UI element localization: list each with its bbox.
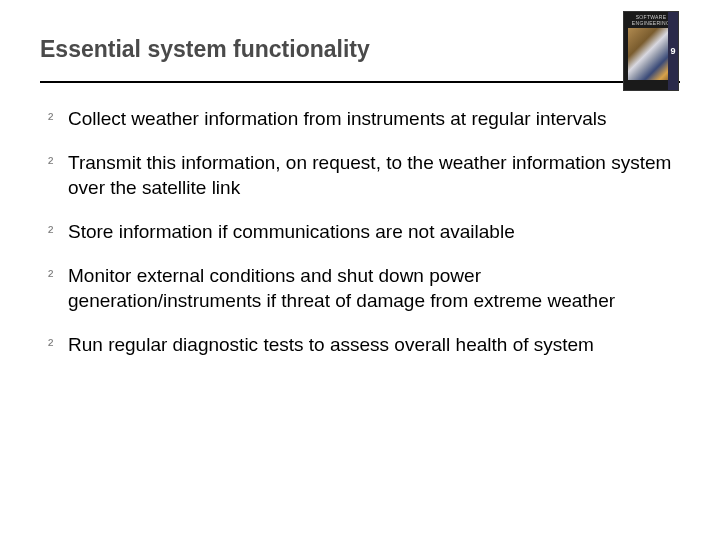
list-item-text: Collect weather information from instrum… <box>68 107 672 131</box>
bullet-icon: ² <box>48 151 68 175</box>
slide-header: Essential system functionality SOFTWARE … <box>0 0 720 83</box>
list-item: ² Monitor external conditions and shut d… <box>48 264 672 313</box>
list-item-text: Transmit this information, on request, t… <box>68 151 672 200</box>
title-rule <box>40 81 680 83</box>
slide-body: ² Collect weather information from instr… <box>0 83 720 357</box>
bullet-icon: ² <box>48 333 68 357</box>
bullet-icon: ² <box>48 220 68 244</box>
list-item-text: Monitor external conditions and shut dow… <box>68 264 672 313</box>
list-item: ² Run regular diagnostic tests to assess… <box>48 333 672 357</box>
bullet-icon: ² <box>48 107 68 131</box>
list-item-text: Run regular diagnostic tests to assess o… <box>68 333 672 357</box>
thumbnail-spine: 9 <box>668 12 678 90</box>
slide: Essential system functionality SOFTWARE … <box>0 0 720 540</box>
thumbnail-edition-number: 9 <box>670 46 675 56</box>
list-item: ² Collect weather information from instr… <box>48 107 672 131</box>
list-item-text: Store information if communications are … <box>68 220 672 244</box>
list-item: ² Transmit this information, on request,… <box>48 151 672 200</box>
book-cover-thumbnail: SOFTWARE ENGINEERING 9 <box>624 12 678 90</box>
list-item: ² Store information if communications ar… <box>48 220 672 244</box>
page-title: Essential system functionality <box>40 36 680 63</box>
bullet-icon: ² <box>48 264 68 288</box>
